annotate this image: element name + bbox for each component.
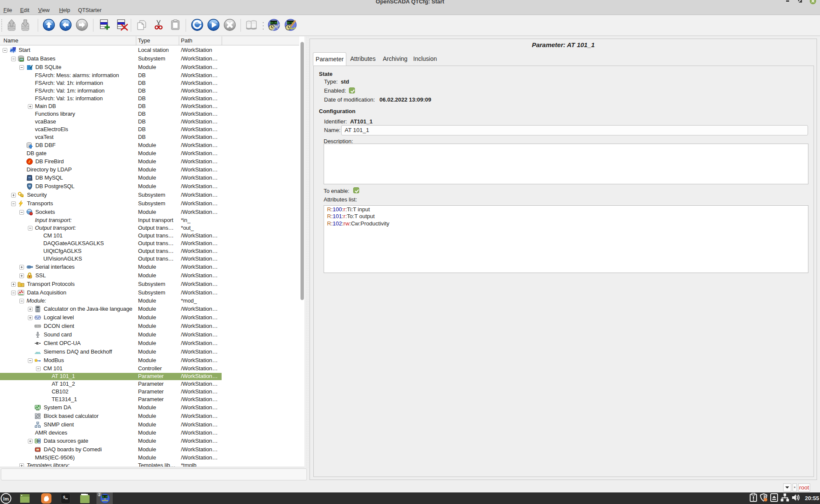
svg-text:2: 2 [98, 492, 100, 497]
svg-text:20.95: 20.95 [102, 496, 108, 498]
svg-text:lm: lm [3, 496, 9, 501]
svg-text:18:41: 18:41 [270, 21, 277, 24]
svg-text:ооо: ооо [36, 351, 40, 354]
svg-text:DCON: DCON [35, 325, 40, 327]
